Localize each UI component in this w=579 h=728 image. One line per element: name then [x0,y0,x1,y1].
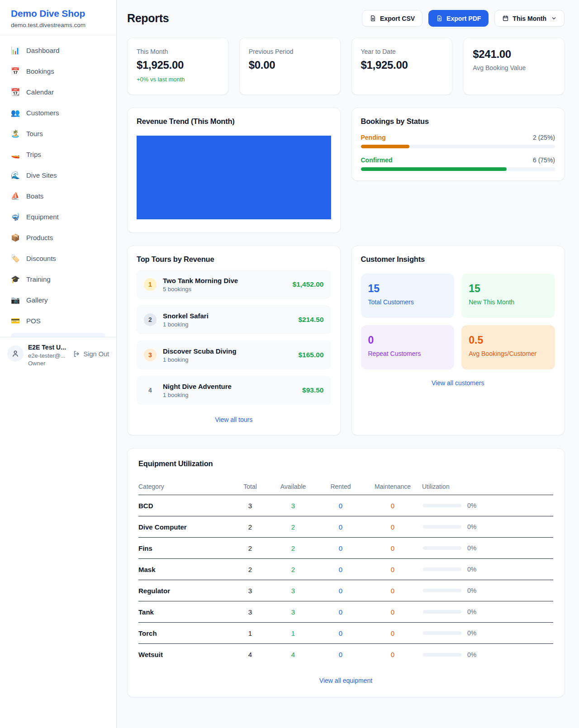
top-tours-card: Top Tours by Revenue 1 Two Tank Morning … [127,246,341,435]
tour-amount: $214.50 [298,316,323,324]
utilization-bar [423,589,461,592]
export-pdf-button[interactable]: Export PDF [428,10,489,27]
sidebar-item-discounts[interactable]: 🏷️ Discounts [5,250,111,267]
table-header-row: Category Total Available Rented Maintena… [138,478,553,495]
sidebar-item-calendar[interactable]: 📆 Calendar [5,83,111,101]
revenue-trend-chart [137,136,331,219]
cell-rented: 0 [318,651,363,658]
period-label: This Month [513,15,546,22]
cell-utilization: 0% [467,629,476,637]
table-row: Torch 1 1 0 0 0% [138,623,553,644]
insight-tiles: 15 Total Customers 15 New This Month 0 R… [361,274,555,369]
sidebar-item-tours[interactable]: 🏝️ Tours [5,125,111,142]
cell-category: Regulator [138,587,232,595]
sidebar-item-training[interactable]: 🎓 Training [5,270,111,288]
user-name: E2E Test U... [28,344,68,351]
equipment-title: Equipment Utilization [138,459,553,468]
stat-card-this-month: This Month $1,925.00 +0% vs last month [127,38,228,95]
view-all-customers-link[interactable]: View all customers [361,379,555,387]
cell-total: 2 [232,544,268,552]
cell-available: 4 [268,651,318,658]
tours-icon: 🏝️ [11,129,20,138]
period-dropdown[interactable]: This Month [494,10,565,27]
tour-name: Two Tank Morning Dive [163,277,286,284]
tour-row[interactable]: 4 Night Dive Adventure 1 booking $93.50 [137,376,331,405]
export-csv-button[interactable]: Export CSV [362,10,422,27]
sidebar-item-dashboard[interactable]: 📊 Dashboard [5,42,111,59]
cell-available: 2 [268,544,318,552]
col-utilization: Utilization [422,483,553,490]
tile-label: New This Month [469,298,548,306]
tour-bookings: 1 booking [163,392,296,398]
utilization-bar [423,653,461,657]
stat-label: Avg Booking Value [473,64,555,71]
cell-utilization: 0% [467,566,476,573]
stat-label: Year to Date [361,48,443,55]
equipment-icon: 🤿 [11,213,20,221]
sidebar-item-products[interactable]: 📦 Products [5,229,111,246]
table-row: Dive Computer 2 2 0 0 0% [138,516,553,538]
tour-row[interactable]: 2 Snorkel Safari 1 booking $214.50 [137,305,331,334]
cell-category: BCD [138,502,232,510]
tour-name: Night Dive Adventure [163,383,296,390]
sidebar-item-reports-partial[interactable] [11,333,105,337]
table-row: BCD 3 3 0 0 0% [138,495,553,516]
sidebar-item-gallery[interactable]: 📷 Gallery [5,291,111,309]
tour-row[interactable]: 3 Discover Scuba Diving 1 booking $165.0… [137,340,331,369]
stat-card-avg-booking-value: $241.00 Avg Booking Value [463,38,565,95]
tour-bookings: 1 booking [163,356,292,363]
cell-utilization: 0% [467,502,476,509]
col-rented: Rented [318,483,363,490]
sidebar-item-pos[interactable]: 💳 POS [5,312,111,330]
view-all-equipment-link[interactable]: View all equipment [138,677,553,684]
status-label: Confirmed [361,156,393,164]
tile-label: Avg Bookings/Customer [469,350,548,357]
view-all-tours-link[interactable]: View all tours [137,416,331,423]
status-bar-track [361,145,555,148]
stat-delta: +0% vs last month [137,76,219,83]
cell-maintenance: 0 [363,608,422,616]
calendar-icon [502,15,509,22]
sidebar-item-trips[interactable]: 🚤 Trips [5,146,111,163]
cell-utilization: 0% [467,651,476,658]
file-download-icon [370,15,376,22]
cell-total: 2 [232,523,268,531]
tour-amount: $1,452.00 [293,280,324,288]
sidebar-nav: 📊 Dashboard 📅 Bookings 📆 Calendar 👥 Cust… [0,35,116,337]
sidebar-item-equipment[interactable]: 🤿 Equipment [5,208,111,226]
file-download-icon [436,15,443,22]
user-box: E2E Test U... e2e-tester@... Owner Sign … [0,337,116,373]
tour-name: Discover Scuba Diving [163,347,292,355]
stat-value: $1,925.00 [137,59,219,71]
stat-value: $0.00 [249,59,331,71]
cell-rented: 0 [318,608,363,616]
cell-category: Mask [138,566,232,573]
sidebar-item-customers[interactable]: 👥 Customers [5,104,111,122]
status-count: 6 (75%) [533,156,555,164]
equipment-table: Category Total Available Rented Maintena… [138,478,553,665]
sidebar-item-boats[interactable]: ⛵ Boats [5,187,111,205]
table-row: Regulator 3 3 0 0 0% [138,580,553,601]
tour-row[interactable]: 1 Two Tank Morning Dive 5 bookings $1,45… [137,270,331,299]
utilization-bar [423,504,461,507]
person-icon [11,350,19,358]
tour-name: Snorkel Safari [163,312,292,320]
user-role: Owner [28,360,68,367]
cell-total: 1 [232,629,268,637]
sign-out-button[interactable]: Sign Out [73,350,109,358]
header-actions: Export CSV Export PDF This Month [362,10,565,27]
brand-block: Demo Dive Shop demo.test.divestreams.com [0,0,116,35]
charts-row: Revenue Trend (This Month) Bookings by S… [127,108,565,233]
cell-total: 3 [232,502,268,510]
user-meta: E2E Test U... e2e-tester@... Owner [28,343,68,367]
cell-rented: 0 [318,544,363,552]
boats-icon: ⛵ [11,192,20,200]
shop-name[interactable]: Demo Dive Shop [11,8,105,19]
sidebar-item-bookings[interactable]: 📅 Bookings [5,62,111,80]
shop-domain: demo.test.divestreams.com [11,22,105,28]
tile-total-customers: 15 Total Customers [361,274,455,318]
cell-available: 3 [268,587,318,595]
sidebar-item-dive-sites[interactable]: 🌊 Dive Sites [5,166,111,184]
stat-card-year-to-date: Year to Date $1,925.00 [351,38,453,95]
rank-badge: 4 [144,384,157,397]
